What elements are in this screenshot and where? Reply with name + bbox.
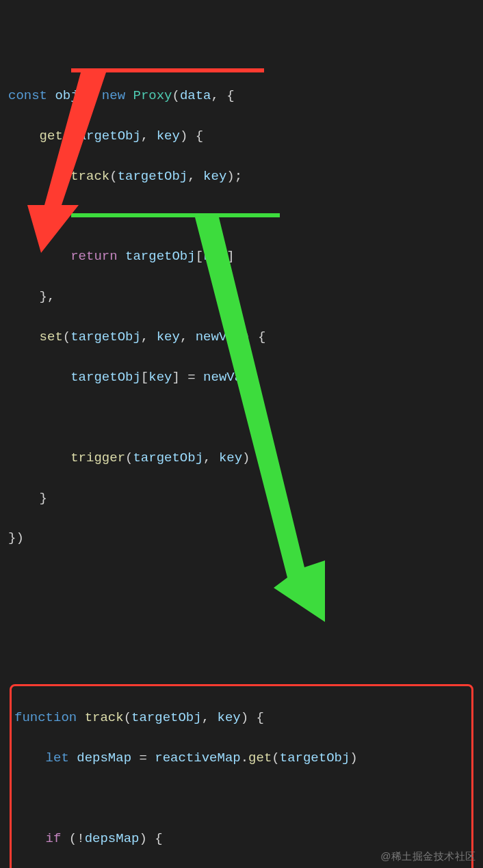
code-line: targetObj[key] = newVal xyxy=(8,368,475,388)
code-line: }, xyxy=(8,287,475,307)
watermark: @稀土掘金技术社区 xyxy=(380,848,476,864)
code-line: }) xyxy=(8,528,475,548)
code-line xyxy=(14,789,469,809)
code-line xyxy=(8,408,475,428)
code-line: let depsMap = reactiveMap.get(targetObj) xyxy=(14,748,469,768)
code-line: return targetObj[key] xyxy=(8,247,475,267)
code-line: if (!depsMap) { xyxy=(14,829,469,849)
track-underline xyxy=(71,68,264,72)
track-function-box: function track(targetObj, key) { let dep… xyxy=(10,684,473,868)
code-line: function track(targetObj, key) { xyxy=(14,708,469,728)
code-line: get(targetObj, key) { xyxy=(8,126,475,146)
code-line-trigger-call: trigger(targetObj, key) xyxy=(8,448,475,468)
code-line: set(targetObj, key, newVal) { xyxy=(8,327,475,347)
code-line: const obj = new Proxy(data, { xyxy=(8,86,475,106)
code-block-proxy: const obj = new Proxy(data, { get(target… xyxy=(8,66,475,569)
code-line: } xyxy=(8,489,475,508)
trigger-underline xyxy=(71,213,280,217)
code-line-track-call: track(targetObj, key); xyxy=(8,167,475,187)
code-area: const obj = new Proxy(data, { get(target… xyxy=(0,0,483,868)
